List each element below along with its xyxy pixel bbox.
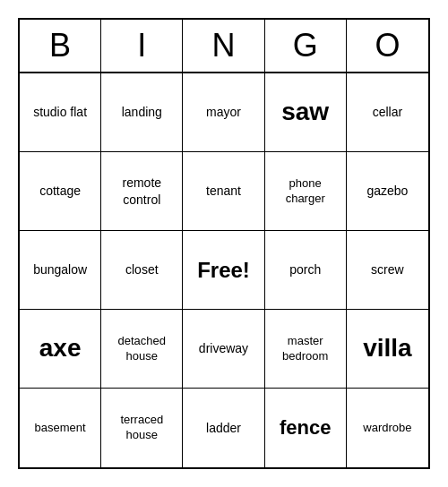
- header-letter: I: [101, 20, 183, 72]
- bingo-cell: cottage: [20, 152, 101, 231]
- bingo-cell: terraced house: [101, 389, 183, 467]
- bingo-cell: phone charger: [265, 152, 347, 231]
- bingo-cell: tenant: [183, 152, 264, 231]
- bingo-cell: landing: [101, 73, 183, 152]
- bingo-cell: Free!: [183, 231, 264, 310]
- bingo-cell: villa: [347, 310, 428, 389]
- bingo-cell: fence: [265, 389, 347, 467]
- bingo-card: BINGO studio flatlandingmayorsawcellarco…: [18, 18, 430, 469]
- bingo-cell: master bedroom: [265, 310, 347, 389]
- header-letter: B: [20, 20, 101, 72]
- bingo-cell: basement: [20, 389, 101, 467]
- bingo-header: BINGO: [20, 20, 428, 73]
- bingo-cell: screw: [347, 231, 428, 310]
- bingo-cell: porch: [265, 231, 347, 310]
- bingo-cell: studio flat: [20, 73, 101, 152]
- bingo-cell: closet: [101, 231, 183, 310]
- bingo-grid: studio flatlandingmayorsawcellarcottager…: [20, 73, 428, 467]
- header-letter: G: [265, 20, 347, 72]
- bingo-cell: bungalow: [20, 231, 101, 310]
- bingo-cell: wardrobe: [347, 389, 428, 467]
- bingo-cell: saw: [265, 73, 347, 152]
- bingo-cell: cellar: [347, 73, 428, 152]
- bingo-cell: mayor: [183, 73, 264, 152]
- bingo-cell: gazebo: [347, 152, 428, 231]
- bingo-cell: remote control: [101, 152, 183, 231]
- header-letter: N: [183, 20, 264, 72]
- bingo-cell: axe: [20, 310, 101, 389]
- bingo-cell: driveway: [183, 310, 264, 389]
- bingo-cell: ladder: [183, 389, 264, 467]
- bingo-cell: detached house: [101, 310, 183, 389]
- header-letter: O: [347, 20, 428, 72]
